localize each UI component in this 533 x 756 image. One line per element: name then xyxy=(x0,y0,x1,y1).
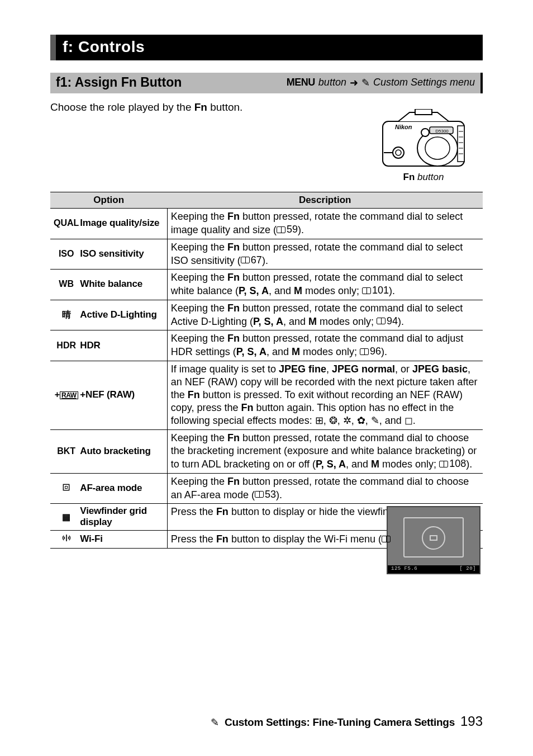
option-name: Wi-Fi xyxy=(80,533,102,544)
vf-lcd-left: 125 F5.6 xyxy=(391,566,417,573)
book-icon xyxy=(382,536,391,542)
option-name: White balance xyxy=(80,278,142,289)
svg-text:Nikon: Nikon xyxy=(395,124,412,130)
arrow-icon: ➜ xyxy=(350,77,358,89)
option-icon-iso: ISO xyxy=(50,239,79,270)
option-icon-grid: ▦ xyxy=(50,504,79,531)
option-icon-wifi xyxy=(50,531,79,549)
option-desc: Keeping the Fn button pressed, rotate th… xyxy=(167,300,483,330)
option-desc: Keeping the Fn button pressed, rotate th… xyxy=(167,330,483,361)
section-header-bar: f: Controls xyxy=(50,35,483,60)
header-description: Description xyxy=(167,192,483,209)
option-desc: Keeping the Fn button pressed, rotate th… xyxy=(167,209,483,239)
camera-caption-rest: button xyxy=(415,172,444,182)
table-row: HDR HDR Keeping the Fn button pressed, r… xyxy=(50,330,483,361)
section-title: f: Controls xyxy=(63,38,476,56)
book-icon xyxy=(362,287,371,294)
option-icon-af xyxy=(50,473,79,504)
menu-button-word: button xyxy=(318,77,346,88)
table-row: 晴 Active D-Lighting Keeping the Fn butto… xyxy=(50,300,483,330)
table-header-row: Option Description xyxy=(50,192,483,209)
menu-path: MENU button ➜ ✎ Custom Settings menu xyxy=(287,77,475,89)
option-desc: Keeping the Fn button pressed, rotate th… xyxy=(167,239,483,270)
subsection-header: f1: Assign Fn Button MENU button ➜ ✎ Cus… xyxy=(50,73,483,93)
table-row: BKT Auto bracketing Keeping the Fn butto… xyxy=(50,430,483,474)
book-icon xyxy=(255,491,264,498)
option-name: Image quality/size xyxy=(80,218,159,228)
camera-illustration: D5300 Nikon Fn button xyxy=(373,109,474,183)
page-footer: ✎ Custom Settings: Fine-Tuning Camera Se… xyxy=(211,714,483,729)
table-row: +RAW +NEF (RAW) If image quality is set … xyxy=(50,361,483,429)
option-desc: Keeping the Fn button pressed, rotate th… xyxy=(167,270,483,300)
option-icon-qual: QUAL xyxy=(50,209,79,239)
table-row: QUAL Image quality/size Keeping the Fn b… xyxy=(50,209,483,239)
menu-destination: Custom Settings menu xyxy=(373,77,475,88)
option-name: AF-area mode xyxy=(80,483,142,493)
option-icon-wb: WB xyxy=(50,270,79,300)
table-row: ISO ISO sensitivity Keeping the Fn butto… xyxy=(50,239,483,270)
option-name: Active D-Lighting xyxy=(80,309,156,320)
book-icon xyxy=(241,257,250,263)
option-name: ISO sensitivity xyxy=(80,248,144,259)
intro-text-post: button. xyxy=(207,101,242,113)
af-area-icon xyxy=(65,486,68,489)
option-icon-nef: +RAW xyxy=(50,361,79,429)
option-name: HDR xyxy=(80,340,100,351)
svg-point-9 xyxy=(396,150,401,155)
intro-text-pre: Choose the role played by the xyxy=(50,101,194,113)
pencil-icon: ✎ xyxy=(211,716,219,729)
menu-keyword: MENU xyxy=(287,77,315,88)
svg-point-7 xyxy=(421,129,429,136)
book-icon xyxy=(360,348,369,355)
option-icon-adl: 晴 xyxy=(50,300,79,330)
option-name: Viewfinder grid display xyxy=(80,505,147,527)
svg-text:D5300: D5300 xyxy=(435,129,449,134)
option-desc: Press the Fn button to display or hide t… xyxy=(167,504,483,531)
header-option: Option xyxy=(50,192,167,209)
option-icon-bkt: BKT xyxy=(50,430,79,474)
raw-box-icon: RAW xyxy=(60,391,78,399)
table-row: WB White balance Keeping the Fn button p… xyxy=(50,270,483,300)
special-effects-icons: ⊞, ❂, ✲, ✿, ✎ xyxy=(315,415,379,426)
camera-caption-bold: Fn xyxy=(403,172,415,182)
option-icon-hdr: HDR xyxy=(50,330,79,361)
option-name: Auto bracketing xyxy=(80,446,150,456)
book-icon xyxy=(439,461,448,467)
page-number: 193 xyxy=(460,714,483,729)
book-icon xyxy=(277,226,285,233)
camera-caption: Fn button xyxy=(373,172,474,183)
svg-point-3 xyxy=(425,137,450,159)
option-desc: If image quality is set to JPEG fine, JP… xyxy=(167,361,483,429)
pencil-icon: ✎ xyxy=(361,77,370,89)
table-row: AF-area mode Keeping the Fn button press… xyxy=(50,473,483,504)
option-name: +NEF (RAW) xyxy=(80,389,135,400)
svg-rect-1 xyxy=(415,109,432,115)
footer-text: Custom Settings: Fine-Tuning Camera Sett… xyxy=(225,716,455,729)
intro-fn-bold: Fn xyxy=(194,101,207,113)
wifi-icon xyxy=(61,533,72,542)
option-desc: Keeping the Fn button pressed, rotate th… xyxy=(167,473,483,504)
vf-lcd-right: [ 20] xyxy=(459,566,476,573)
table-row: ▦ Viewfinder grid display Press the Fn b… xyxy=(50,504,483,531)
book-icon xyxy=(377,318,386,324)
options-table: Option Description QUAL Image quality/si… xyxy=(50,192,483,549)
option-desc: Keeping the Fn button pressed, rotate th… xyxy=(167,430,483,474)
subsection-title: f1: Assign Fn Button xyxy=(56,75,182,90)
camera-icon: D5300 Nikon xyxy=(382,109,465,171)
viewfinder-thumbnail: 125 F5.6[ 20] xyxy=(387,506,480,574)
